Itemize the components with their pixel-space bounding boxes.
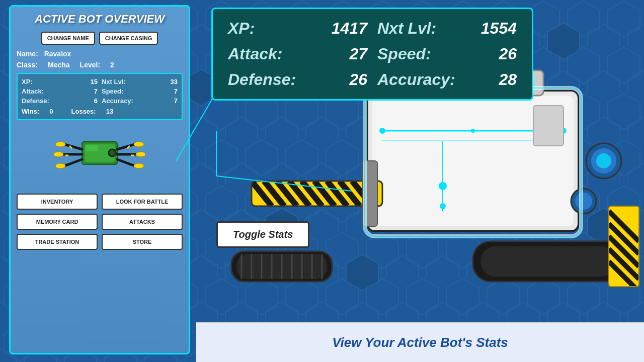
svg-point-18 — [110, 150, 115, 155]
overlay-nxt-lvl: Nxt Lvl: 1554 — [377, 19, 517, 38]
xp-row: XP: 15 — [22, 78, 98, 85]
svg-point-30 — [134, 163, 144, 168]
inventory-button[interactable]: INVENTORY — [17, 194, 98, 210]
svg-point-27 — [55, 163, 65, 168]
class-label: Class: — [17, 61, 38, 69]
svg-line-22 — [117, 144, 135, 149]
bot-image — [54, 127, 145, 187]
svg-point-28 — [134, 142, 144, 147]
stats-overlay-grid: XP: 1417 Nxt Lvl: 1554 Attack: 27 Speed:… — [228, 19, 517, 89]
memory-card-button[interactable]: MEMORY CARD — [17, 214, 98, 230]
accuracy-row: Accuracy: 7 — [102, 97, 178, 105]
wins-losses-row: Wins: 0 Losses: 13 — [22, 108, 178, 115]
losses-label: Losses: — [71, 108, 96, 115]
panel-title: ACTIVE BOT OVERVIEW — [17, 13, 183, 26]
class-level-row: Class: Mecha Level: 2 — [17, 61, 183, 69]
overlay-attack: Attack: 27 — [228, 45, 367, 63]
store-button[interactable]: STORE — [102, 234, 183, 250]
level-value: 2 — [110, 61, 114, 69]
bottom-bar-text: View Your Active Bot's Stats — [332, 335, 508, 350]
defense-row: Defense: 6 — [22, 97, 98, 105]
overlay-speed: Speed: 26 — [377, 45, 517, 63]
svg-rect-16 — [86, 145, 98, 151]
trade-station-button[interactable]: TRADE STATION — [17, 234, 98, 250]
look-for-battle-button[interactable]: LOOK FOR BATTLE — [102, 194, 183, 210]
svg-line-19 — [64, 144, 82, 149]
stats-grid: XP: 15 Nxt Lvl: 33 Attack: 7 Speed: 7 De… — [22, 78, 178, 105]
top-buttons: CHANGE NAME CHANGE CASING — [17, 32, 183, 45]
bot-image-area — [17, 124, 183, 190]
class-value: Mecha — [48, 61, 70, 69]
svg-point-25 — [55, 142, 65, 147]
name-label: Name: — [17, 50, 38, 58]
bottom-buttons: INVENTORY LOOK FOR BATTLE MEMORY CARD AT… — [17, 194, 183, 250]
toggle-stats-button[interactable]: Toggle Stats — [216, 221, 309, 248]
bot-name-row: Name: Ravalox — [17, 50, 183, 58]
wins-label: Wins: — [22, 108, 39, 115]
overlay-defense: Defense: 26 — [228, 70, 367, 89]
nxt-lvl-row: Nxt Lvl: 33 — [102, 78, 178, 85]
overlay-accuracy: Accuracy: 28 — [377, 70, 517, 89]
bottom-bar: View Your Active Bot's Stats — [196, 322, 644, 362]
change-name-button[interactable]: CHANGE NAME — [41, 32, 95, 45]
stats-overlay: XP: 1417 Nxt Lvl: 1554 Attack: 27 Speed:… — [211, 8, 533, 101]
name-value: Ravalox — [44, 50, 71, 58]
wins-value: 0 — [49, 108, 53, 115]
svg-line-21 — [64, 159, 82, 166]
attacks-button[interactable]: ATTACKS — [102, 214, 183, 230]
change-casing-button[interactable]: CHANGE CASING — [99, 32, 158, 45]
overlay-xp: XP: 1417 — [228, 19, 367, 38]
level-label: Level: — [80, 61, 100, 69]
svg-point-29 — [136, 152, 145, 157]
svg-line-24 — [117, 159, 135, 166]
left-panel: ACTIVE BOT OVERVIEW CHANGE NAME CHANGE C… — [9, 5, 190, 354]
stats-box: XP: 15 Nxt Lvl: 33 Attack: 7 Speed: 7 De… — [17, 73, 183, 120]
speed-row: Speed: 7 — [102, 87, 178, 95]
attack-row: Attack: 7 — [22, 87, 98, 95]
svg-point-26 — [54, 152, 63, 157]
losses-value: 13 — [106, 108, 113, 115]
